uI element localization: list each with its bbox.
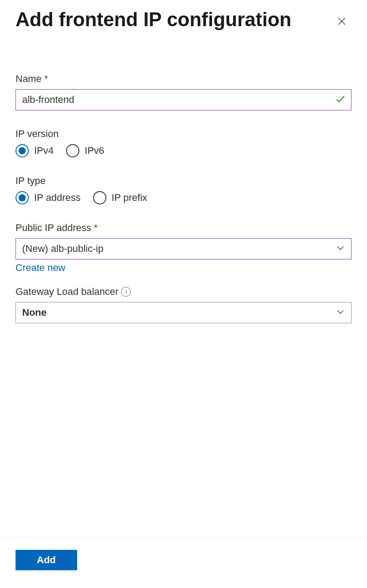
radio-ip-address[interactable]: IP address	[16, 191, 81, 204]
ip-type-label: IP type	[16, 175, 351, 187]
radio-label: IP address	[34, 192, 81, 204]
ip-type-radio-group: IP address IP prefix	[16, 191, 351, 204]
name-label-text: Name	[16, 73, 42, 85]
public-ip-label: Public IP address *	[16, 222, 351, 234]
name-input[interactable]	[16, 89, 351, 110]
radio-icon	[93, 191, 106, 204]
radio-label: IPv6	[85, 145, 104, 157]
chevron-down-icon	[336, 307, 345, 318]
add-button[interactable]: Add	[16, 550, 77, 570]
close-icon	[336, 16, 347, 27]
radio-label: IPv4	[34, 145, 54, 157]
chevron-down-icon	[336, 243, 345, 255]
public-ip-select[interactable]: (New) alb-public-ip	[16, 238, 351, 259]
required-indicator: *	[94, 222, 98, 234]
gateway-lb-select[interactable]: None	[16, 302, 351, 323]
gateway-lb-value: None	[22, 307, 47, 318]
close-button[interactable]	[332, 12, 351, 31]
name-label: Name *	[16, 73, 351, 85]
radio-ipv6[interactable]: IPv6	[66, 144, 104, 157]
radio-ipv4[interactable]: IPv4	[16, 144, 54, 157]
radio-icon	[66, 144, 79, 157]
radio-icon	[16, 191, 29, 204]
info-icon[interactable]: i	[121, 287, 131, 297]
page-title: Add frontend IP configuration	[16, 9, 291, 30]
ip-version-label: IP version	[16, 128, 351, 140]
public-ip-value: (New) alb-public-ip	[22, 243, 103, 255]
required-indicator: *	[44, 73, 48, 85]
radio-ip-prefix[interactable]: IP prefix	[93, 191, 147, 204]
gateway-lb-label: Gateway Load balancer i	[16, 286, 351, 298]
create-new-link[interactable]: Create new	[16, 262, 66, 274]
ip-version-radio-group: IPv4 IPv6	[16, 144, 351, 157]
public-ip-label-text: Public IP address	[16, 222, 91, 234]
gateway-lb-label-text: Gateway Load balancer	[16, 286, 118, 298]
radio-icon	[16, 144, 29, 157]
check-icon	[335, 93, 346, 106]
radio-label: IP prefix	[112, 192, 147, 204]
